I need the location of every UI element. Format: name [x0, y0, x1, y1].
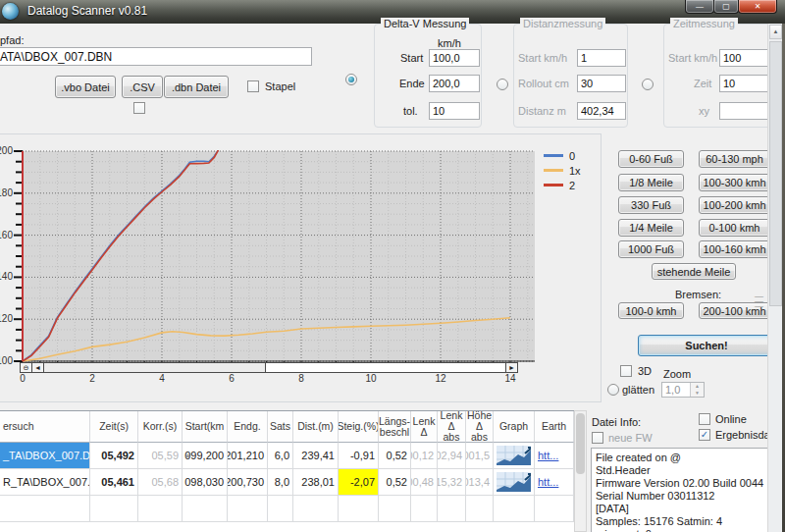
scroll-left-icon[interactable]: ◄	[32, 363, 44, 372]
deltav-ende-input[interactable]	[429, 75, 480, 92]
cell-empty[interactable]	[293, 496, 339, 522]
maximize-button[interactable]: ▢	[713, 0, 739, 14]
spinner-buttons[interactable]: ▲▼	[690, 383, 704, 397]
cell-laengs[interactable]: 0,52	[379, 443, 411, 469]
cell-graph[interactable]	[494, 443, 535, 469]
distanz-distanz-input[interactable]	[577, 102, 626, 120]
cell-lenk[interactable]: -00,48	[411, 469, 438, 496]
cell-empty[interactable]	[494, 496, 535, 522]
cell-empty[interactable]	[228, 496, 268, 522]
btn-100-0-kmh[interactable]: 100-0 kmh	[618, 302, 684, 319]
cell-hoehe-abs[interactable]: 013,4	[466, 469, 494, 496]
stapel-checkbox[interactable]	[247, 80, 259, 92]
cell-empty[interactable]	[268, 496, 293, 522]
table-vscrollbar[interactable]	[574, 410, 587, 532]
btn-330-fuss[interactable]: 330 Fuß	[618, 196, 684, 214]
cell-endg[interactable]: 201,210	[228, 443, 268, 469]
chart-hscrollbar[interactable]: ⊖ ◄ ►	[20, 362, 518, 373]
vscroll-thumb[interactable]	[769, 41, 782, 306]
cell-zeit[interactable]: 05,492	[90, 443, 138, 469]
cell-zeit[interactable]: 05,461	[90, 469, 138, 496]
cell-empty[interactable]	[438, 496, 466, 522]
cell-empty[interactable]	[339, 496, 379, 522]
csv-option-checkbox[interactable]	[133, 102, 145, 114]
col-header-start[interactable]: Start(km	[183, 411, 228, 443]
earth-link[interactable]: htt...	[538, 450, 558, 461]
csv-button[interactable]: .CSV	[122, 76, 163, 98]
zeit-xy-input[interactable]	[719, 102, 768, 120]
glaetten-radio[interactable]	[607, 384, 619, 396]
online-checkbox[interactable]	[699, 413, 710, 425]
btn-stehende-meile[interactable]: stehende Meile	[652, 263, 736, 280]
zeit-zeit-input[interactable]	[719, 75, 768, 92]
cell-dist[interactable]: 239,41	[293, 443, 339, 469]
col-header-lenk[interactable]: Lenk Δ	[411, 411, 438, 443]
cell-lenk[interactable]: 00,12	[411, 443, 438, 469]
col-header-korr[interactable]: Korr.(s)	[138, 411, 183, 443]
cell-korr[interactable]: 05,68	[138, 469, 183, 496]
col-header-zeit[interactable]: Zeit(s)	[90, 411, 138, 443]
col-header-lenk-abs[interactable]: Lenk Δ abs	[438, 411, 466, 443]
cell-korr[interactable]: 05,59	[138, 443, 183, 469]
cell-versuch[interactable]: R_TA\DBOX_007.DBN	[0, 469, 90, 496]
cell-lenk-abs[interactable]: 02,94	[438, 443, 466, 469]
btn-1-8-meile[interactable]: 1/8 Meile	[618, 174, 684, 191]
btn-60-130-mph[interactable]: 60-130 mph	[699, 150, 770, 168]
zoom-reset-icon[interactable]: ⊖	[21, 363, 32, 372]
scroll-up-icon[interactable]: ▲	[769, 25, 782, 39]
btn-0-100-kmh[interactable]: 0-100 kmh	[699, 219, 770, 237]
cell-steig-highlighted[interactable]: -2,07	[339, 469, 379, 496]
scroll-right-icon[interactable]: ►	[505, 363, 517, 372]
deltav-mode-radio[interactable]	[345, 74, 357, 85]
neue-fw-checkbox[interactable]	[592, 432, 603, 444]
hscroll-track[interactable]	[266, 363, 505, 372]
earth-link[interactable]: htt...	[538, 476, 558, 488]
cell-hoehe-abs[interactable]: 001,5	[466, 443, 494, 469]
zeit-start-input[interactable]	[719, 49, 768, 67]
col-header-dist[interactable]: Dist.(m)	[293, 411, 339, 443]
hscroll-thumb[interactable]	[44, 363, 266, 372]
cell-sats[interactable]: 6,0	[268, 443, 293, 469]
table-vscroll-thumb[interactable]	[576, 413, 585, 474]
zeit-mode-radio[interactable]	[642, 79, 654, 90]
cell-empty[interactable]	[535, 496, 574, 522]
col-header-earth[interactable]: Earth	[535, 411, 574, 443]
cell-graph[interactable]	[494, 469, 535, 496]
cell-empty[interactable]	[466, 496, 494, 522]
cell-earth[interactable]: htt...	[535, 443, 574, 469]
btn-100-200-kmh[interactable]: 100-200 kmh	[699, 196, 770, 214]
close-button[interactable]: ✕	[738, 0, 777, 14]
zoom-spinner[interactable]: 1,0 ▲▼	[661, 382, 705, 398]
col-header-versuch[interactable]: ersuch	[0, 411, 90, 443]
vbo-datei-button[interactable]: .vbo Datei	[55, 76, 116, 98]
cell-empty[interactable]	[379, 496, 411, 522]
col-header-sats[interactable]: Sats	[268, 411, 293, 443]
cell-dist[interactable]: 238,01	[293, 469, 339, 496]
window-vscrollbar[interactable]: ▲	[767, 24, 782, 532]
cell-steig[interactable]: -0,91	[339, 443, 379, 469]
minimize-button[interactable]: —	[685, 0, 714, 14]
cell-empty[interactable]	[138, 496, 183, 522]
col-header-hoehe-abs[interactable]: Höhe Δ abs	[466, 411, 494, 443]
cell-start[interactable]: 098,030	[183, 469, 228, 496]
distanz-rollout-input[interactable]	[577, 75, 626, 92]
file-info-textbox[interactable]: File created on @ Std.Header Firmware Ve…	[591, 448, 776, 532]
cell-lenk-abs[interactable]: 15,32	[438, 469, 466, 496]
col-header-graph[interactable]: Graph	[494, 411, 535, 443]
cell-empty[interactable]	[90, 496, 138, 522]
btn-1-4-meile[interactable]: 1/4 Meile	[618, 219, 684, 237]
splitter-grip-icon[interactable]: ———	[755, 294, 762, 308]
btn-100-160-kmh[interactable]: 100-160 kmh	[699, 240, 770, 258]
cell-earth[interactable]: htt...	[535, 469, 574, 496]
dbn-datei-button[interactable]: .dbn Datei	[164, 76, 229, 98]
col-header-steig[interactable]: Steig.(%)	[339, 411, 379, 443]
cell-laengs[interactable]: 0,52	[379, 469, 411, 496]
spinner-down-icon[interactable]: ▼	[691, 390, 704, 397]
col-header-endg[interactable]: Endg.	[228, 411, 268, 443]
btn-100-300-kmh[interactable]: 100-300 kmh	[699, 174, 770, 191]
cell-empty[interactable]	[183, 496, 228, 522]
btn-1000-fuss[interactable]: 1000 Fuß	[618, 240, 684, 258]
spinner-up-icon[interactable]: ▲	[691, 383, 704, 390]
deltav-start-input[interactable]	[429, 49, 480, 67]
info-scroll-up-icon[interactable]: ▲	[184, 452, 191, 458]
